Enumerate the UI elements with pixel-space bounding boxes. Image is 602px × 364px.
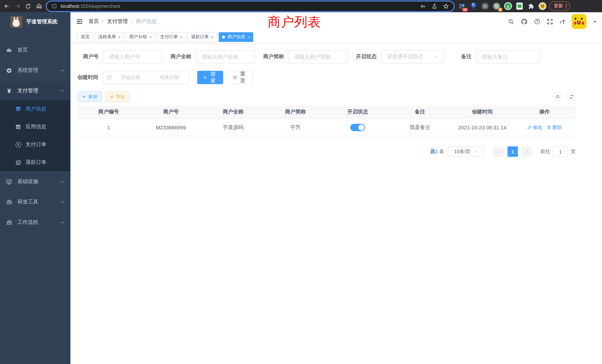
create-time-range-picker[interactable]: 开始日期 - 结束日期 [103,71,189,84]
main-content: 商户号 商户全称 商户简称 开启状态 请选择开启状态 [70,44,602,364]
goto-page-input[interactable] [553,146,568,157]
col-header-short-name: 商户简称 [264,106,327,118]
share-icon[interactable] [431,3,437,9]
sidebar-item-workflow[interactable]: 工作流程 [0,213,70,232]
site-info-icon[interactable] [52,3,57,9]
caret-down-icon[interactable] [593,20,597,23]
dashboard-icon [6,47,12,53]
pay-submenu: 商户信息 应用信息 ¥ 支付订单 退款订单 [0,100,70,171]
search-form-row1: 商户号 商户全称 商户简称 开启状态 请选择开启状态 [77,50,602,63]
browser-back-icon[interactable] [2,2,11,11]
address-bar[interactable]: localhost:1024/pay/merchant [47,1,454,11]
page-size-select[interactable]: 10条/页 [448,146,484,157]
fullscreen-icon[interactable] [547,18,553,25]
extension-profile-icon[interactable]: 1 [493,2,500,10]
header-search-icon[interactable] [508,18,514,25]
yen-icon: ¥ [6,88,12,94]
extension-badge: 1 [498,8,502,11]
github-icon[interactable] [521,18,527,25]
help-icon[interactable] [534,18,540,25]
short-name-input[interactable] [288,50,348,63]
goto-label: 前往 [540,148,550,155]
col-header-remark: 备注 [389,106,451,118]
browser-forward-icon [13,2,22,11]
next-page-button[interactable] [522,146,532,157]
extensions-puzzle-icon[interactable] [527,2,535,10]
table-row: 1 M233666999 芋道源码 芋艿 我是备注 2021-10-23 08:… [77,119,576,136]
extension-y-icon[interactable]: y [504,2,512,10]
sidebar-item-pay[interactable]: ¥ 支付管理 [0,82,70,100]
refresh-button[interactable] [567,93,576,101]
merchant-no-label: 商户号 [83,53,103,60]
close-icon[interactable]: × [211,35,214,39]
sidebar-item-pay-order[interactable]: ¥ 支付订单 [0,136,70,153]
cell-remark: 我是备注 [389,119,451,136]
extension-balloon-icon[interactable] [470,2,477,10]
sidebar-item-system[interactable]: 系统管理 [0,61,70,80]
browser-home-icon[interactable] [34,2,43,11]
add-button[interactable]: 新增 [77,92,102,102]
sidebar-item-dev-tools[interactable]: 研发工具 [0,193,70,211]
browser-menu-icon[interactable] [566,4,567,9]
logo-rabbit-image [10,16,22,28]
full-name-input[interactable] [196,50,255,63]
tab-user-group[interactable]: 用户分组× [126,32,155,42]
status-label: 开启状态 [356,53,381,60]
prev-page-button[interactable] [493,146,504,157]
toggle-search-button[interactable] [553,93,562,101]
status-select[interactable]: 请选择开启状态 [381,50,444,63]
chevron-down-icon [60,220,64,225]
export-button[interactable]: 导出 [105,92,129,102]
sidebar-item-refund-order[interactable]: 退款订单 [0,153,70,171]
tab-refund-order[interactable]: 退款订单× [188,32,217,42]
tab-home[interactable]: 首页 [77,32,93,42]
close-icon[interactable]: × [248,35,250,39]
toolbox-icon [6,219,12,225]
page-number-1[interactable]: 1 [507,146,518,157]
screen: localhost:1024/pay/merchant 10 [0,0,602,364]
tab-process-form[interactable]: 流程表单× [95,32,124,42]
status-toggle[interactable] [350,124,365,131]
extension-tasks-icon[interactable]: 10 [458,2,466,10]
col-header-merchant-no: 商户号 [140,106,202,118]
col-header-status: 开启状态 [327,106,389,118]
browser-update-button[interactable]: 更新 [549,1,570,11]
bookmark-star-icon[interactable] [443,3,449,9]
tab-pay-order[interactable]: 支付订单× [157,32,186,42]
sidebar-item-infra[interactable]: 基础设施 [0,172,70,191]
breadcrumb-current: 商户信息 [136,18,157,25]
chevron-down-icon [434,55,438,59]
sidebar-item-home[interactable]: 首页 [0,41,70,59]
extension-chat-icon[interactable] [516,2,523,10]
breadcrumb-home[interactable]: 首页 [89,18,99,25]
browser-reload-icon[interactable] [24,2,33,11]
hamburger-icon[interactable] [70,18,89,25]
pagination-total: 共1 条 [430,148,444,155]
merchant-no-input[interactable] [103,50,162,63]
delete-link[interactable]: 删除 [547,124,562,131]
password-key-icon[interactable] [420,3,426,9]
tab-merchant-info[interactable]: 商户信息× [219,32,253,42]
col-header-full-name: 商户全称 [202,106,264,118]
date-separator: - [149,75,151,80]
sidebar-item-app-info[interactable]: 应用信息 [0,118,70,136]
close-icon[interactable]: × [180,35,183,39]
font-size-icon[interactable]: TT [559,19,565,24]
tags-bar: 首页 流程表单× 用户分组× 支付订单× 退款订单× 商户信息× [70,31,602,43]
breadcrumb-pay[interactable]: 支付管理 [107,18,128,25]
table-toolbar: 新增 导出 [77,92,576,102]
grid-icon [15,124,21,130]
app-logo[interactable]: 芋道管理系统 [0,12,70,32]
user-avatar[interactable] [572,14,586,29]
remark-input[interactable] [476,50,540,63]
store-icon [15,106,21,112]
search-button[interactable]: 搜索 [197,71,223,84]
edit-link[interactable]: 修改 [527,124,542,131]
sidebar-item-merchant-info[interactable]: 商户信息 [0,100,70,118]
extension-command-icon[interactable]: ⌘ [481,2,489,10]
close-icon[interactable]: × [118,35,121,39]
reset-button[interactable]: 重置 [227,71,253,84]
close-icon[interactable]: × [149,35,152,39]
cell-merchant-index: 1 [77,119,140,136]
browser-avatar-icon[interactable] [539,2,546,10]
